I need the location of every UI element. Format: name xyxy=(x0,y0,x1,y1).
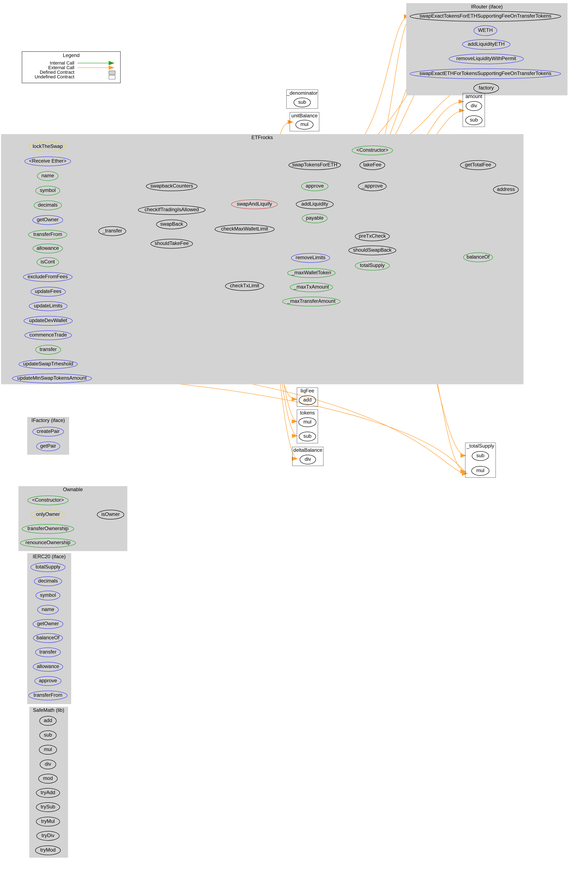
sm-mul: mul xyxy=(44,747,52,752)
etf-address: address xyxy=(497,186,515,192)
irouter-swapExactTokens: swapExactTokensForETHSupportingFeeOnTran… xyxy=(419,13,552,19)
sm-tryMod: tryMod xyxy=(40,847,56,853)
etf-updateLimits: updateLimits xyxy=(34,303,62,308)
ownable-isOwner: isOwner xyxy=(101,511,120,517)
etf-maxWalletToken: _maxWalletToken xyxy=(292,270,331,275)
ierc20-transferFrom: transferFrom xyxy=(33,692,62,698)
delta-div: div xyxy=(305,456,311,462)
legend-title: Legend xyxy=(63,52,80,58)
liqfee-add: add xyxy=(303,397,311,402)
deltabalance-cluster: deltaBalance div xyxy=(292,447,323,466)
svg-rect-6 xyxy=(109,75,115,79)
ts-mul: mul xyxy=(476,468,485,473)
tokens-cluster: tokens mul sub xyxy=(297,410,318,443)
ierc20-totalSupply: totalSupply xyxy=(36,564,61,570)
irouter-factory: factory xyxy=(479,85,494,90)
etf-swapbackCounters: swapbackCounters xyxy=(150,183,193,189)
sm-tryMul: tryMul xyxy=(41,818,55,824)
etf-transferFrom: transferFrom xyxy=(33,231,62,237)
etf-checkTxLimit: checkTxLimit xyxy=(230,283,259,288)
ierc20-cluster: IERC20 (iface) totalSupply decimals symb… xyxy=(27,553,71,704)
ierc20-symbol: symbol xyxy=(40,592,56,598)
amount-sub: sub xyxy=(470,117,478,123)
etfrocks-cluster: ETFrocks lockTheSwap <Receive Ether> nam… xyxy=(1,134,524,384)
etf-updateSwapTrheshold: updateSwapTrheshold xyxy=(23,361,73,366)
legend-box: Legend Internal Call External Call Defin… xyxy=(22,52,120,83)
ts-sub: sub xyxy=(476,453,485,458)
denominator-cluster: _denominator sub xyxy=(286,90,318,108)
etf-maxTransferAmount: _maxTransferAmount xyxy=(287,298,336,304)
denominator-title: _denominator xyxy=(287,90,318,96)
ownable-title: Ownable xyxy=(63,486,83,492)
sm-sub: sub xyxy=(44,732,52,738)
etf-swapBack: swapBack xyxy=(160,221,183,227)
etf-checkTrading: checkIfTradingIsAllowed xyxy=(144,207,199,212)
ownable-onlyOwner: onlyOwner xyxy=(36,511,60,517)
etf-getOwner: getOwner xyxy=(37,217,59,222)
unitbalance-cluster: unitBalance mul xyxy=(290,112,319,131)
etf-symbol: symbol xyxy=(40,187,56,193)
ierc20-transfer: transfer xyxy=(40,649,56,655)
etf-commenceTrade: commenceTrade xyxy=(29,332,67,338)
etf-shouldTakeFee: shouldTakeFee xyxy=(155,240,189,246)
safemath-title: SafeMath (lib) xyxy=(33,707,64,713)
tokens-sub: sub xyxy=(304,433,311,439)
etf-swapTokensForETH: swapTokensForETH xyxy=(292,162,337,168)
etf-maxTxAmount: _maxTxAmount xyxy=(293,284,329,290)
sm-mod: mod xyxy=(43,775,53,781)
denom-sub: sub xyxy=(298,99,306,105)
ierc20-name: name xyxy=(42,606,54,612)
etf-lockTheSwap: lockTheSwap xyxy=(33,143,63,149)
etfrocks-title: ETFrocks xyxy=(252,134,273,140)
irouter-title: IRouter (iface) xyxy=(471,4,503,9)
etf-balanceOf: balanceOf xyxy=(466,254,489,260)
irouter-addLiquidityETH: addLiquidityETH xyxy=(468,41,504,47)
irouter-cluster: IRouter (iface) swapExactTokensForETHSup… xyxy=(406,3,567,95)
legend-undefined-contract-label: Undefined Contract xyxy=(35,74,74,79)
ifactory-createPair: createPair xyxy=(36,428,59,434)
etf-transfer2: transfer xyxy=(40,346,56,352)
liqfee-cluster: liqFee add xyxy=(297,388,318,407)
etf-preTxCheck: preTxCheck xyxy=(359,233,386,239)
etf-totalSupply: totalSupply xyxy=(360,262,385,268)
ierc20-approve: approve xyxy=(39,678,57,683)
etf-removeLimits: removeLimits xyxy=(296,254,326,260)
etf-excludeFromFees: excludeFromFees xyxy=(27,274,68,279)
ts-title: _totalSupply xyxy=(466,443,494,449)
etf-addLiquidity: addLiquidity xyxy=(301,201,328,207)
etf-decimals: decimals xyxy=(38,202,58,208)
etf-payable: payable xyxy=(306,215,324,221)
ownable-cluster: Ownable <Constructor> onlyOwner isOwner … xyxy=(18,486,127,551)
etf-takeFee: takeFee xyxy=(363,162,381,168)
etf-approve2: approve xyxy=(306,183,324,189)
sm-tryAdd: tryAdd xyxy=(41,789,55,795)
svg-rect-21 xyxy=(1,134,524,384)
etf-updateDevWallet: updateDevWallet xyxy=(29,317,67,323)
contract-call-graph: Legend Internal Call External Call Defin… xyxy=(0,0,588,896)
unitbalance-title: unitBalance xyxy=(291,113,318,118)
etf-approve: _approve xyxy=(362,183,383,189)
amount-div: div xyxy=(471,103,477,108)
etf-updateFees: updateFees xyxy=(35,288,62,294)
etf-getTotalFee: getTotalFee xyxy=(465,162,491,168)
amount-title: amount xyxy=(465,93,482,99)
irouter-swapExactETH: swapExactETHForTokensSupportingFeeOnTran… xyxy=(419,70,552,76)
tokens-mul: mul xyxy=(304,419,311,425)
etf-name: name xyxy=(41,173,54,178)
etf-allowance: allowance xyxy=(36,245,59,251)
etf-constructor: <Constructor> xyxy=(356,147,388,153)
ownable-renounceOwnership: renounceOwnership xyxy=(26,539,71,545)
ifactory-getPair: getPair xyxy=(40,443,56,449)
delta-title: deltaBalance xyxy=(293,447,322,453)
ierc20-balanceOf: balanceOf xyxy=(36,635,59,640)
ownable-constructor: <Constructor> xyxy=(32,497,64,503)
tokens-title: tokens xyxy=(300,410,315,416)
ierc20-allowance: allowance xyxy=(37,663,59,669)
etf-swapAndLiquify: swapAndLiquify xyxy=(237,201,272,207)
ierc20-getOwner: getOwner xyxy=(37,621,59,626)
ifactory-cluster: IFactory (iface) createPair getPair xyxy=(27,417,69,455)
irouter-weth: WETH xyxy=(478,27,493,33)
sm-div: div xyxy=(45,761,51,767)
irouter-removeLiquidity: removeLiquidityWithPermit xyxy=(456,55,516,61)
liqfee-title: liqFee xyxy=(301,388,314,393)
